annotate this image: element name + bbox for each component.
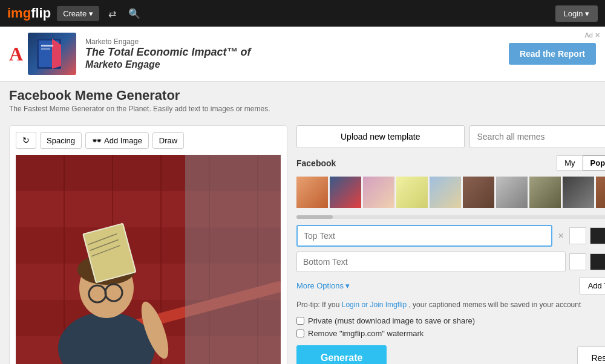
thumbnail-9[interactable] (563, 177, 594, 208)
thumbnail-7[interactable] (496, 177, 528, 208)
add-text-button[interactable]: Add Text (579, 277, 605, 294)
ad-label: Ad (585, 31, 593, 39)
add-text-label: Add Text (588, 281, 605, 290)
create-label: Create (63, 9, 87, 18)
private-checkbox[interactable] (296, 317, 304, 325)
private-checkbox-row: Private (must download image to save or … (296, 316, 605, 325)
right-panel: Upload new template Facebook My Popular (287, 125, 605, 364)
search-icon: 🔍 (128, 8, 140, 19)
top-text-row: ✕ ⚙ (296, 225, 605, 247)
ad-cta-button[interactable]: Read the Report (509, 43, 596, 65)
add-image-label: Add Image (104, 136, 142, 145)
sunglasses-icon: 🕶️ (92, 136, 102, 145)
ad-brand-label: Marketo Engage (85, 37, 500, 46)
add-image-button[interactable]: 🕶️ Add Image (85, 132, 149, 149)
more-options-label: More Options (296, 281, 344, 290)
marketo-book-image (28, 33, 76, 75)
thumbnail-5[interactable] (430, 177, 461, 208)
watermark-checkbox-row: Remove "imgflip.com" watermark (296, 329, 605, 338)
top-text-delete-icon[interactable]: ✕ (556, 231, 566, 241)
ad-close-area: Ad ✕ (585, 31, 600, 39)
svg-rect-31 (185, 155, 281, 364)
thumbnail-3[interactable] (363, 177, 394, 208)
reset-label: Reset (591, 353, 605, 363)
login-link[interactable]: Login or Join Imgflip (342, 301, 407, 309)
top-text-color-white[interactable] (569, 227, 586, 244)
my-button[interactable]: My (557, 155, 582, 171)
popular-label: Popular (590, 158, 605, 167)
login-label: Login (564, 9, 583, 18)
page-subtitle: The Fastest Meme Generator on the Planet… (9, 105, 596, 113)
meme-thumbnails (296, 177, 605, 208)
watermark-label: Remove "imgflip.com" watermark (308, 329, 424, 338)
create-chevron-icon: ▾ (89, 9, 93, 18)
generate-label: Generate (321, 353, 362, 363)
watermark-checkbox[interactable] (296, 330, 304, 337)
protip-suffix: , your captioned memes will be saved in … (408, 301, 581, 309)
login-button[interactable]: Login ▾ (555, 5, 598, 22)
logo-text-part: flip (31, 5, 51, 21)
header-right: Login ▾ (555, 5, 598, 22)
toolbar: ↻ Spacing 🕶️ Add Image Draw (16, 132, 281, 149)
page-title: Facebook Meme Generator (9, 88, 596, 103)
login-chevron-icon: ▾ (585, 9, 589, 18)
private-note: (must download image to save or share) (335, 316, 475, 325)
bottom-actions-row: Generate Reset (296, 345, 605, 364)
thumbnail-4[interactable] (396, 177, 428, 208)
draw-button[interactable]: Draw (152, 132, 184, 149)
svg-rect-3 (41, 45, 53, 47)
top-text-input[interactable] (296, 225, 552, 247)
private-label: Private (must download image to save or … (308, 316, 475, 325)
reset-button[interactable]: Reset (577, 346, 605, 364)
ad-headline: The Total Economic Impact™ of (85, 46, 500, 59)
refresh-icon: ↻ (22, 135, 30, 145)
thumbnail-2[interactable] (330, 177, 361, 208)
logo-img-part: img (7, 5, 31, 21)
svg-rect-4 (41, 48, 50, 50)
shuffle-button[interactable]: ⇄ (105, 5, 119, 22)
search-memes-input[interactable] (469, 125, 606, 148)
options-row: More Options ▾ Add Text (296, 277, 605, 294)
bottom-text-input[interactable] (296, 252, 566, 272)
fb-title: Facebook (296, 158, 557, 168)
spacing-label: Spacing (47, 136, 75, 145)
adobe-logo: A (9, 43, 23, 65)
refresh-button[interactable]: ↻ (16, 132, 36, 149)
popular-button[interactable]: Popular (583, 155, 605, 171)
generate-button[interactable]: Generate (296, 345, 387, 364)
thumbnail-6[interactable] (463, 177, 494, 208)
header: img flip Create ▾ ⇄ 🔍 Login ▾ (0, 0, 605, 27)
page-title-section: Facebook Meme Generator The Fastest Meme… (0, 82, 605, 116)
private-label-text: Private (308, 316, 332, 325)
ad-text-area: Marketo Engage The Total Economic Impact… (85, 37, 500, 70)
fb-header: Facebook My Popular (296, 155, 605, 171)
thumbnail-8[interactable] (529, 177, 561, 208)
shuffle-icon: ⇄ (108, 8, 116, 19)
logo: img flip (7, 5, 51, 21)
protip-text: Pro-tip: If you Login or Join Imgflip , … (296, 301, 605, 309)
bottom-text-color-black[interactable] (590, 253, 605, 270)
main-content: ↻ Spacing 🕶️ Add Image Draw (0, 116, 605, 364)
draw-label: Draw (159, 136, 177, 145)
search-button[interactable]: 🔍 (125, 5, 143, 22)
upload-template-label: Upload new template (341, 132, 420, 141)
left-panel: ↻ Spacing 🕶️ Add Image Draw (9, 125, 287, 364)
ad-logo-area: A (9, 33, 76, 75)
bottom-text-row: ⚙ (296, 252, 605, 272)
thumbnail-1[interactable] (296, 177, 328, 208)
svg-rect-24 (70, 330, 143, 364)
bottom-text-color-white[interactable] (569, 253, 586, 270)
create-button[interactable]: Create ▾ (57, 6, 99, 21)
scrollbar-thumb[interactable] (296, 215, 333, 219)
top-text-color-black[interactable] (590, 227, 605, 244)
thumbnails-scrollbar[interactable] (296, 215, 605, 219)
more-options-toggle[interactable]: More Options ▾ (296, 281, 350, 290)
top-actions-row: Upload new template (296, 125, 605, 148)
upload-template-button[interactable]: Upload new template (296, 125, 465, 148)
meme-canvas: Caters News Agency (16, 155, 281, 364)
my-label: My (564, 158, 575, 167)
ad-close-icon[interactable]: ✕ (595, 31, 600, 39)
spacing-button[interactable]: Spacing (40, 132, 82, 149)
ad-banner: A Marketo Engage The Total Economic Impa… (0, 27, 605, 82)
thumbnail-10[interactable] (596, 177, 605, 208)
